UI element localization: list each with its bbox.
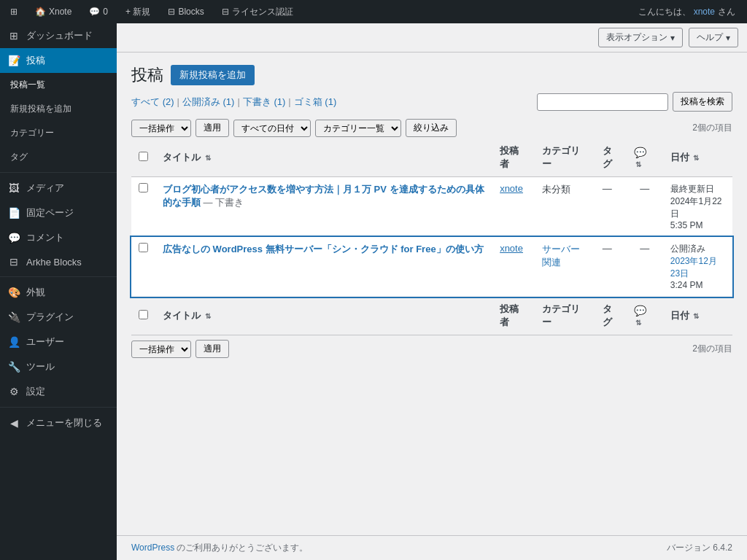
comments-count: 0 <box>103 7 108 17</box>
add-new-post-button[interactable]: 新規投稿を追加 <box>171 65 255 85</box>
row-checkbox[interactable] <box>139 183 148 192</box>
date-sort-icon: ⇅ <box>693 154 699 162</box>
sidebar-item-tags[interactable]: タグ <box>0 145 117 169</box>
wordpress-link[interactable]: WordPress <box>131 542 174 553</box>
help-label: ヘルプ <box>697 31 723 44</box>
main-content: 表示オプション ▾ ヘルプ ▾ 投稿 新規投稿を追加 すべて <box>117 23 747 560</box>
header-checkbox-col <box>131 139 155 177</box>
sidebar-item-pages[interactable]: 📄 固定ページ <box>0 201 117 225</box>
post-author-link[interactable]: xnote <box>500 183 523 194</box>
dates-filter-select[interactable]: すべての日付 <box>233 120 311 137</box>
sidebar-settings-label: 設定 <box>26 385 45 398</box>
close-menu-icon: ◀ <box>7 417 20 429</box>
sidebar-item-users[interactable]: 👤 ユーザー <box>0 330 117 354</box>
post-date-value: 2024年1月22日 <box>670 196 722 219</box>
row-author-cell: xnote <box>492 237 534 297</box>
comments-sort-icon: ⇅ <box>635 160 641 168</box>
footer-author-label: 投稿者 <box>500 303 519 327</box>
row-title-cell: ブログ初心者がアクセス数を増やす方法｜月１万 PV を達成するための具体的な手順… <box>155 177 492 237</box>
search-input[interactable] <box>537 93 668 111</box>
footer-title-label: タイトル <box>163 310 201 321</box>
filter-published-label: 公開済み <box>182 96 220 107</box>
select-all-checkbox[interactable] <box>139 152 148 161</box>
bulk-action-select-top[interactable]: 一括操作 <box>131 120 191 137</box>
post-title-link[interactable]: 広告なしの WordPress 無料サーバー「シン・クラウド for Free」… <box>163 244 484 254</box>
new-post-link[interactable]: + 新規 <box>121 0 155 23</box>
table-row: 広告なしの WordPress 無料サーバー「シン・クラウド for Free」… <box>131 237 732 297</box>
post-date-value: 2023年12月23日 <box>670 256 717 279</box>
dashboard-icon: ⊞ <box>7 30 20 42</box>
footer-title: タイトル ⇅ <box>155 297 492 335</box>
post-author-link[interactable]: xnote <box>500 243 523 254</box>
filter-draft-label: 下書き <box>243 96 271 107</box>
header-title: タイトル ⇅ <box>155 139 492 177</box>
categories-label: カテゴリー <box>10 127 54 139</box>
header-author-label: 投稿者 <box>500 145 519 169</box>
footer-thanks-text: のご利用ありがとうございます。 <box>174 542 308 553</box>
apply-button-top[interactable]: 適用 <box>196 119 229 137</box>
sep1: | <box>177 96 179 107</box>
sidebar-item-plugins[interactable]: 🔌 プラグイン <box>0 305 117 330</box>
sidebar-item-dashboard[interactable]: ⊞ ダッシュボード <box>0 23 117 48</box>
sidebar-item-tools[interactable]: 🔧 ツール <box>0 354 117 379</box>
item-count-bottom: 2個の項目 <box>692 343 732 355</box>
row-date-cell: 最終更新日2024年1月22日5:35 PM <box>663 177 732 237</box>
header-date: 日付 ⇅ <box>663 139 732 177</box>
sidebar-item-posts-all[interactable]: 投稿一覧 <box>0 73 117 97</box>
sidebar-item-appearance[interactable]: 🎨 外観 <box>0 280 117 305</box>
filter-all-link[interactable]: すべて (2) <box>131 96 174 109</box>
sidebar-item-posts[interactable]: 📝 投稿 <box>0 48 117 73</box>
wp-logo-link[interactable]: ⊞ <box>6 0 22 23</box>
filter-trash-label: ゴミ箱 <box>294 96 322 107</box>
row-comments-cell: — <box>627 237 663 297</box>
bulk-action-select-bottom[interactable]: 一括操作 <box>131 341 191 358</box>
footer-checkbox-col <box>131 297 155 335</box>
sidebar-item-close-menu[interactable]: ◀ メニューを閉じる <box>0 411 117 435</box>
apply-button-bottom[interactable]: 適用 <box>196 340 229 358</box>
display-options-button[interactable]: 表示オプション ▾ <box>598 28 683 47</box>
header-comments: 💬 ⇅ <box>627 139 663 177</box>
license-link[interactable]: ⊟ ライセンス認証 <box>217 0 298 23</box>
help-button[interactable]: ヘルプ ▾ <box>689 28 738 47</box>
tablenav-bottom: 一括操作 適用 2個の項目 <box>131 340 732 358</box>
site-name-label: Xnote <box>49 7 71 17</box>
sidebar-item-posts-add[interactable]: 新規投稿を追加 <box>0 97 117 121</box>
row-category-cell: サーバー関連 <box>535 237 595 297</box>
filter-button[interactable]: 絞り込み <box>406 119 457 137</box>
footer-date-label: 日付 <box>670 310 689 321</box>
post-date-status: 最終更新日 <box>670 183 725 195</box>
page-content: 投稿 新規投稿を追加 すべて (2) | 公開済み (1) | <box>117 52 747 535</box>
footer-version: バージョン 6.4.2 <box>667 542 732 554</box>
footer-author: 投稿者 <box>492 297 534 335</box>
comments-link[interactable]: 💬 0 <box>85 0 112 23</box>
footer-comments: 💬 ⇅ <box>627 297 663 335</box>
sidebar-item-categories[interactable]: カテゴリー <box>0 121 117 145</box>
filter-draft-link[interactable]: 下書き (1) <box>243 96 286 109</box>
search-button[interactable]: 投稿を検索 <box>673 92 732 112</box>
site-name-link[interactable]: 🏠 Xnote <box>31 0 76 23</box>
footer-category-label: カテゴリー <box>542 303 580 327</box>
sidebar-item-comments[interactable]: 💬 コメント <box>0 225 117 250</box>
post-date-time: 3:24 PM <box>670 280 725 290</box>
sidebar-pages-label: 固定ページ <box>26 206 74 219</box>
sep3: | <box>288 96 290 107</box>
sidebar-comments-label: コメント <box>26 231 64 244</box>
sidebar-tools-label: ツール <box>26 360 55 373</box>
license-label: ライセンス認証 <box>232 6 293 18</box>
blocks-link[interactable]: ⊟ Blocks <box>163 0 208 23</box>
sidebar-item-media[interactable]: 🖼 メディア <box>0 176 117 201</box>
new-post-label: + 新規 <box>125 6 150 18</box>
row-tags-cell: — <box>595 177 627 237</box>
row-checkbox[interactable] <box>139 243 148 252</box>
arkhe-icon: ⊟ <box>7 256 20 268</box>
comments-footer-icon: 💬 <box>634 305 646 316</box>
filter-trash-link[interactable]: ゴミ箱 (1) <box>294 96 337 109</box>
post-category-link[interactable]: サーバー関連 <box>542 244 580 268</box>
sidebar-item-arkhe[interactable]: ⊟ Arkhe Blocks <box>0 250 117 273</box>
sidebar-close-label: メニューを閉じる <box>26 416 102 429</box>
sidebar-item-settings[interactable]: ⚙ 設定 <box>0 379 117 404</box>
select-all-checkbox-bottom[interactable] <box>139 310 148 319</box>
categories-filter-select[interactable]: カテゴリー一覧 <box>315 120 401 137</box>
username-link[interactable]: xnote <box>694 7 715 17</box>
filter-published-link[interactable]: 公開済み (1) <box>182 96 235 109</box>
